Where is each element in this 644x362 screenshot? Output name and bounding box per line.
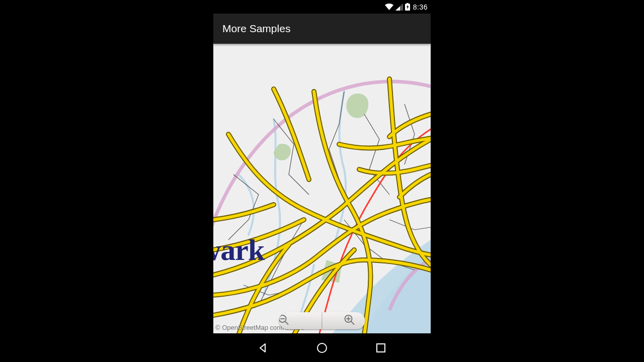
svg-point-9 xyxy=(317,343,327,352)
zoom-controls xyxy=(279,312,365,329)
app-bar: More Samples xyxy=(213,14,431,44)
svg-line-3 xyxy=(285,321,288,324)
home-button[interactable] xyxy=(315,341,329,355)
svg-rect-1 xyxy=(407,3,409,4)
map-canvas xyxy=(213,44,431,333)
status-bar: 8:36 xyxy=(213,0,431,14)
battery-charging-icon xyxy=(405,3,410,11)
page-title: More Samples xyxy=(222,23,290,35)
zoom-in-button[interactable] xyxy=(322,312,365,329)
home-icon xyxy=(316,342,328,354)
wifi-icon xyxy=(385,4,393,11)
cell-signal-icon xyxy=(395,4,403,11)
back-icon xyxy=(258,342,269,353)
map-city-label: Newark xyxy=(213,233,264,267)
clock-text: 8:36 xyxy=(413,3,428,11)
android-nav-bar xyxy=(213,333,431,362)
back-button[interactable] xyxy=(256,341,270,355)
recents-button[interactable] xyxy=(374,341,388,355)
recents-icon xyxy=(376,343,386,353)
phone-frame: 8:36 More Samples xyxy=(213,0,431,362)
svg-rect-10 xyxy=(377,344,385,352)
map-viewport[interactable]: Newark © OpenStreetMap contributors xyxy=(213,44,431,333)
zoom-out-button[interactable] xyxy=(279,312,322,329)
svg-line-6 xyxy=(351,321,354,324)
